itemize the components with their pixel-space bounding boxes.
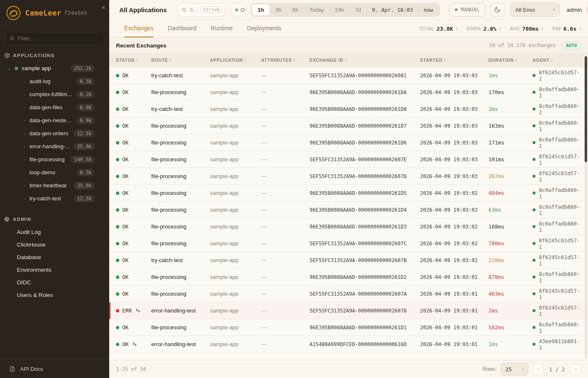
started-cell: 2026-04-09 19:03:03: [420, 89, 488, 95]
agent-cell: 43ee9811b801-1: [533, 338, 581, 351]
sidebar-route-item[interactable]: › loop-demo 8.3k: [0, 166, 109, 179]
sidebar-route-item[interactable]: › data-gen-files 8.9k: [0, 101, 109, 114]
table-title: Recent Exchanges: [116, 42, 166, 49]
table-row[interactable]: ERR error-handling-test sample-app — 5EF…: [109, 302, 588, 319]
time-range-segment[interactable]: 24h: [329, 4, 349, 16]
sidebar-route-item[interactable]: › file-processing 140.5k: [0, 153, 109, 166]
manual-refresh-button[interactable]: MANUAL: [449, 3, 486, 17]
tab[interactable]: Dashboard: [168, 20, 197, 37]
online-status-pill[interactable]: O: [231, 3, 246, 16]
next-page-button[interactable]: ›: [570, 364, 581, 375]
sidebar-admin-item[interactable]: OIDC: [0, 276, 109, 289]
route-cell: file-processing: [151, 324, 210, 331]
time-range-segment[interactable]: 1h: [252, 4, 270, 16]
attributes-cell: —: [261, 106, 310, 112]
status-dot: [116, 141, 119, 144]
duration-cell: 63ms: [488, 207, 533, 213]
agent-status-dot: [533, 192, 536, 194]
agent-id: 43ee9811b801-1: [539, 338, 581, 351]
time-range-segment[interactable]: 3h: [270, 4, 287, 16]
exchange-id-cell: 96E395B0088AA6D-00000000000261D6: [310, 140, 420, 146]
table-scrollbar-thumb[interactable]: [585, 56, 587, 162]
column-header[interactable]: ATTRIBUTES ▴▾: [261, 58, 310, 63]
time-range-segment[interactable]: 6h: [287, 4, 304, 16]
application-cell: sample-app: [210, 341, 261, 347]
started-cell: 2026-04-09 19:03:02: [420, 190, 488, 196]
table-row[interactable]: OK file-processing sample-app — 96E395B0…: [109, 185, 588, 202]
route-cell: file-processing: [151, 207, 210, 213]
table-row[interactable]: OK error-handling-test sample-app — A154…: [109, 336, 588, 353]
table-row[interactable]: OK file-processing sample-app — 96E395B0…: [109, 84, 588, 101]
application-cell: sample-app: [210, 240, 261, 247]
sidebar-route-item[interactable]: › data-gen-orders 12.5k: [0, 127, 109, 140]
column-header[interactable]: ROUTE ▴▾: [151, 58, 210, 63]
column-header[interactable]: AGENT ▴▾: [533, 58, 581, 63]
prev-page-button[interactable]: ‹: [533, 364, 543, 375]
application-cell: sample-app: [210, 274, 261, 280]
stats-summary: TOTAL 23.8K ↑ ERR% 2.0% ↑ AVG 708ms ↑: [419, 20, 581, 37]
sidebar-collapse-icon[interactable]: «: [102, 3, 105, 10]
table-row[interactable]: OK file-processing sample-app — 96E395B0…: [109, 202, 588, 218]
table-row[interactable]: OK file-processing sample-app — 96E395B0…: [109, 218, 588, 235]
agent-status-dot: [533, 292, 536, 295]
sidebar-admin-item[interactable]: Users & Roles: [0, 289, 109, 301]
tab[interactable]: Runtime: [211, 20, 233, 37]
sidebar-route-item[interactable]: › complex-fulfillm… 6.2k: [0, 88, 109, 101]
started-cell: 2026-04-09 19:03:01: [420, 325, 488, 331]
table-row[interactable]: OK file-processing sample-app — 96E395B0…: [109, 319, 588, 336]
route-cell: file-processing: [151, 173, 210, 179]
table-row[interactable]: OK file-processing sample-app — 96E395B0…: [109, 118, 588, 134]
trend-arrow-icon: ↑: [579, 26, 582, 31]
sidebar-item-sample-app[interactable]: ⌄ sample app 252.2k: [0, 62, 109, 75]
sidebar-route-item[interactable]: › try-catch-test 12.5k: [0, 192, 109, 205]
environments-dropdown[interactable]: All Envs ▾: [510, 3, 560, 17]
admin-item-label: Audit Log: [17, 229, 41, 235]
dark-mode-toggle[interactable]: [491, 3, 504, 17]
time-range-segment[interactable]: 7d: [349, 4, 366, 16]
sidebar-admin-item[interactable]: Audit Log: [0, 226, 109, 238]
time-range-segment[interactable]: Today: [304, 4, 330, 16]
table-row[interactable]: OK file-processing sample-app — 96E395B0…: [109, 269, 588, 286]
table-row[interactable]: OK try-catch-test sample-app — 5EF55FC31…: [109, 67, 588, 84]
chevron-right-icon: ›: [24, 158, 25, 162]
avatar[interactable]: AD: [586, 4, 588, 16]
sidebar-route-item[interactable]: › data-gen-neste… 6.9k: [0, 114, 109, 127]
column-header[interactable]: APPLICATION ▴▾: [210, 58, 261, 63]
table-row[interactable]: OK file-processing sample-app — 5EF55FC3…: [109, 168, 588, 185]
table-row[interactable]: OK try-catch-test sample-app — 5EF55FC31…: [109, 252, 588, 269]
agent-cell: 8c0affadb860-1: [533, 136, 581, 149]
tab[interactable]: Exchanges: [124, 20, 153, 37]
sidebar-admin-item[interactable]: Environments: [0, 263, 109, 276]
status-text: OK: [122, 72, 129, 79]
tab[interactable]: Deployments: [247, 20, 281, 37]
rows-per-page-select[interactable]: 25 ▾: [501, 363, 528, 375]
sidebar-route-item[interactable]: › timer-heartbeat 25.0k: [0, 179, 109, 192]
sidebar-api-docs[interactable]: API Docs: [0, 359, 109, 378]
column-header[interactable]: STATUS ▴▾: [116, 58, 151, 63]
count-badge: 8.9k: [76, 104, 95, 111]
sidebar-admin-item[interactable]: ClickHouse: [0, 238, 109, 251]
agent-id: 8f6245c61d57-1: [539, 237, 581, 250]
column-header[interactable]: DURATION ▴▾: [488, 58, 533, 63]
sidebar-admin-item[interactable]: Database: [0, 251, 109, 263]
sidebar-route-item[interactable]: › audit-log 6.3k: [0, 75, 109, 88]
table-row[interactable]: OK file-processing sample-app — 5EF55FC3…: [109, 286, 588, 302]
table-row[interactable]: OK file-processing sample-app — 5EF55FC3…: [109, 235, 588, 252]
table-row[interactable]: OK file-processing sample-app — 96E395B0…: [109, 134, 588, 151]
sort-icon: ▴▾: [136, 58, 138, 62]
sidebar-route-item[interactable]: › error-handling-… 25.0k: [0, 140, 109, 153]
column-header[interactable]: STARTED ▴▾: [420, 58, 488, 63]
column-header[interactable]: EXCHANGE ID ▴▾: [310, 58, 420, 63]
sidebar-filter-input[interactable]: Filter...: [5, 32, 104, 45]
table-row[interactable]: OK file-processing sample-app — 5EF55FC3…: [109, 151, 588, 168]
auto-refresh-badge[interactable]: AUTO: [562, 42, 582, 50]
stat-label: AVG: [510, 26, 520, 31]
date-range-display[interactable]: 9. Apr. 18:03 — now: [366, 7, 439, 13]
agent-cell: 8c0affadb860-1: [533, 220, 581, 233]
table-row[interactable]: OK try-catch-test sample-app — 96E395B00…: [109, 101, 588, 118]
status-cell: OK: [116, 72, 151, 79]
search-input[interactable]: S… Ctrl+K: [178, 3, 226, 16]
stat-label: TOTAL: [419, 26, 434, 31]
duration-cell: 168ms: [488, 223, 533, 230]
attributes-cell: —: [261, 341, 310, 347]
